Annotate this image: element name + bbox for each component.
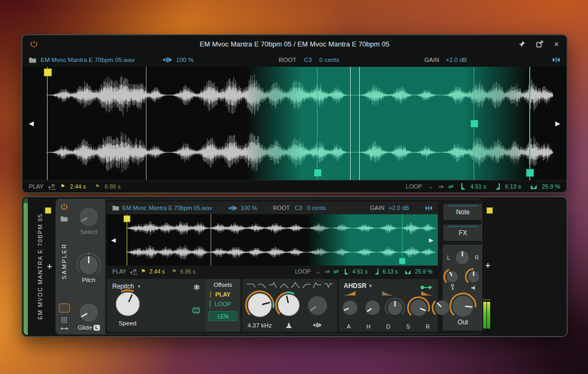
play-start-handle[interactable]: [123, 215, 130, 222]
folder-icon[interactable]: [29, 57, 36, 63]
crossfade-value[interactable]: 25.9 %: [542, 183, 560, 190]
sample-end-handle[interactable]: [526, 169, 534, 177]
env-sustain-knob[interactable]: [406, 295, 431, 320]
pitch-knob[interactable]: [75, 252, 102, 278]
filter-highpass-icon[interactable]: [301, 281, 312, 291]
device-chain-panel: EM MVOC MANTRA E 70BPM 05 + SAMPLER: [21, 196, 568, 337]
expanded-view-toggle[interactable]: [59, 303, 70, 313]
loop-start-value[interactable]: 4.51 s: [470, 183, 486, 190]
embedded-waveform-display[interactable]: ◀ ▶: [107, 214, 438, 266]
filter-bandpass-res-icon[interactable]: [290, 281, 300, 291]
play-start-flag-icon[interactable]: ⚑: [141, 269, 146, 274]
sample-end-marker[interactable]: [529, 67, 530, 180]
loop-pingpong-icon[interactable]: ⇌: [448, 183, 454, 190]
modulation-routing-icon[interactable]: [60, 326, 68, 331]
loop-end-handle[interactable]: [470, 120, 478, 128]
device-power-button[interactable]: [60, 203, 68, 211]
tab-fx[interactable]: FX: [443, 224, 482, 241]
play-end-marker[interactable]: [146, 67, 146, 180]
window-power-button[interactable]: [30, 40, 38, 48]
stretch-icon[interactable]: [163, 57, 172, 63]
env-attack-knob[interactable]: [339, 297, 361, 319]
balance-knob[interactable]: [452, 247, 473, 268]
preset-folder-icon[interactable]: [60, 216, 68, 222]
offset-len-button[interactable]: LEN: [208, 311, 237, 321]
filter-mod-knob[interactable]: [304, 292, 331, 319]
filter-cutoff-knob[interactable]: [244, 290, 275, 321]
env-hold-knob[interactable]: [361, 297, 384, 319]
pin-icon[interactable]: [519, 41, 525, 48]
filter-bandpass-icon[interactable]: [279, 281, 289, 291]
zoom-fit-icon[interactable]: [552, 57, 560, 63]
filter-highpass-res-icon[interactable]: [312, 281, 322, 291]
waveform-display[interactable]: ◀ ▶: [22, 67, 567, 180]
offset-play-button[interactable]: PLAY: [215, 291, 230, 298]
loop-end-value[interactable]: 6.13 s: [383, 268, 398, 275]
play-end-flag-icon[interactable]: ⚑: [172, 269, 176, 274]
root-note[interactable]: C3: [295, 205, 302, 211]
loop-end-value[interactable]: 6.13 s: [505, 183, 521, 190]
env-decay-knob[interactable]: [384, 297, 406, 319]
sample-footer: PLAY R ⚑ 2.44 s ⚑ 6.86 s LOOP → ⇒ ⇌ 4.51…: [22, 180, 567, 192]
loop-pingpong-icon[interactable]: ⇌: [334, 268, 339, 275]
loop-forward-icon[interactable]: ⇒: [324, 268, 330, 275]
stretch-icon[interactable]: [228, 205, 237, 211]
loop-forward-icon[interactable]: ⇒: [438, 183, 444, 190]
filter-resonance-knob[interactable]: [274, 291, 303, 320]
tab-note[interactable]: Note: [443, 203, 482, 221]
loop-start-marker[interactable]: [317, 67, 318, 180]
speed-knob[interactable]: [112, 289, 143, 320]
gain-value[interactable]: +2.0 dB: [446, 57, 467, 63]
open-in-new-icon[interactable]: [536, 41, 543, 48]
crossfade-value[interactable]: 25.9 %: [415, 268, 432, 275]
scroll-right-icon[interactable]: ▶: [555, 120, 560, 127]
root-cents[interactable]: 0 cents: [319, 57, 339, 63]
sample-filename[interactable]: EM Mvoc Mantra E 70bpm 05.wav: [41, 57, 135, 63]
gain-value[interactable]: +2.0 dB: [389, 205, 409, 211]
scroll-left-icon[interactable]: ◀: [111, 237, 115, 243]
ram-mode-icon[interactable]: [191, 307, 201, 316]
track-name-vertical[interactable]: EM MVOC MANTRA E 70BPM 05: [37, 206, 43, 328]
loop-off-icon[interactable]: →: [314, 268, 321, 275]
chain-input-marker[interactable]: [45, 207, 51, 214]
scroll-right-icon[interactable]: ▶: [429, 237, 434, 243]
remote-controls-icon[interactable]: [61, 317, 67, 323]
play-end-flag-icon[interactable]: ⚑: [95, 184, 100, 189]
play-start-handle[interactable]: [44, 68, 52, 76]
root-cents[interactable]: 0 cents: [307, 205, 326, 211]
play-direction-icon[interactable]: R: [130, 268, 137, 275]
loop-start-handle[interactable]: [314, 169, 322, 177]
filter-notch-icon[interactable]: [323, 281, 334, 291]
play-end-value[interactable]: 6.86 s: [180, 268, 196, 275]
play-end-marker[interactable]: [211, 214, 211, 266]
freeze-icon[interactable]: ❄: [193, 283, 200, 291]
folder-icon[interactable]: [112, 205, 119, 211]
envelope-mode-dropdown[interactable]: AHDSR▾: [344, 282, 372, 290]
sample-filename[interactable]: EM Mvoc Mantra E 70bpm 05.wav: [122, 205, 212, 211]
play-start-value[interactable]: 2.44 s: [150, 268, 165, 275]
play-start-flag-icon[interactable]: ⚑: [60, 184, 65, 189]
chain-output-marker[interactable]: [486, 207, 493, 214]
play-end-value[interactable]: 6.86 s: [105, 183, 121, 190]
play-direction-icon[interactable]: R: [48, 183, 56, 190]
device-name-vertical[interactable]: SAMPLER: [61, 222, 67, 301]
add-device-button-right[interactable]: +: [485, 261, 490, 270]
root-note[interactable]: C3: [304, 57, 312, 63]
glide-knob[interactable]: [75, 299, 102, 326]
zoom-fit-icon[interactable]: [425, 205, 432, 211]
loop-start-handle[interactable]: [399, 258, 406, 264]
close-icon[interactable]: ✕: [554, 41, 559, 48]
add-device-button-left[interactable]: +: [47, 262, 52, 271]
play-start-value[interactable]: 2.44 s: [70, 183, 86, 190]
stretch-percent[interactable]: 100 %: [241, 205, 257, 211]
filter-cutoff-value[interactable]: 4.37 kHz: [247, 322, 272, 329]
select-knob[interactable]: [75, 204, 102, 230]
loop-start-value[interactable]: 4.51 s: [352, 268, 368, 275]
scroll-left-icon[interactable]: ◀: [29, 120, 34, 127]
play-start-marker[interactable]: [47, 67, 48, 180]
loop-off-icon[interactable]: →: [427, 183, 434, 190]
stretch-percent[interactable]: 100 %: [176, 57, 194, 63]
glide-mode-badge[interactable]: L: [94, 325, 99, 331]
env-release-knob[interactable]: [431, 297, 453, 319]
offset-loop-button[interactable]: LOOP: [215, 301, 231, 307]
